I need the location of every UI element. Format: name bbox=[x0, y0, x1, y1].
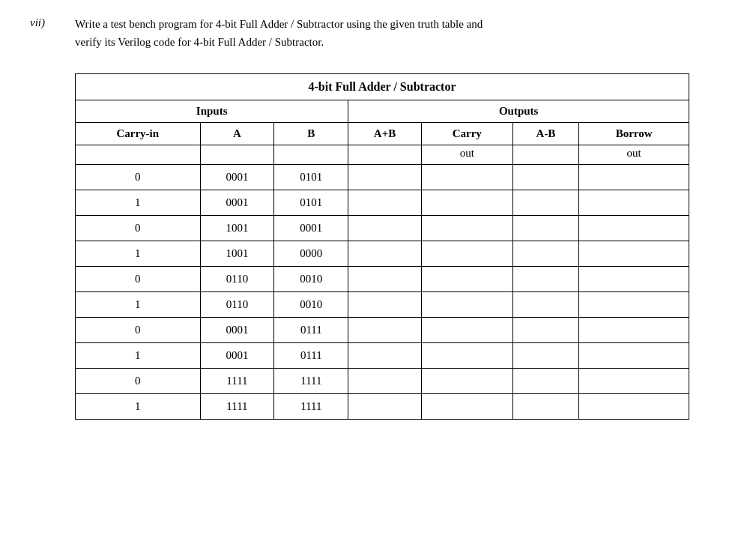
table-row: 0 1001 0001 bbox=[76, 216, 689, 241]
cell-borrow bbox=[579, 267, 689, 292]
cell-borrow bbox=[579, 190, 689, 216]
table-title: 4-bit Full Adder / Subtractor bbox=[76, 74, 689, 100]
cell-amb bbox=[512, 343, 578, 369]
cell-amb bbox=[512, 394, 578, 420]
cell-borrow bbox=[579, 292, 689, 318]
amb-empty bbox=[512, 145, 578, 165]
col-b: B bbox=[274, 123, 348, 145]
table-row: 1 1001 0000 bbox=[76, 241, 689, 267]
cell-b: 0001 bbox=[274, 216, 348, 241]
table-container: 4-bit Full Adder / Subtractor Inputs Out… bbox=[75, 73, 726, 420]
cell-carry-in: 1 bbox=[76, 190, 201, 216]
cell-a: 1001 bbox=[200, 216, 274, 241]
cell-a: 1001 bbox=[200, 241, 274, 267]
outputs-header: Outputs bbox=[348, 100, 689, 123]
cell-a: 1111 bbox=[200, 369, 274, 394]
cell-carry bbox=[421, 343, 512, 369]
cell-carry-in: 1 bbox=[76, 292, 201, 318]
cell-b: 0010 bbox=[274, 267, 348, 292]
table-row: 1 0110 0010 bbox=[76, 292, 689, 318]
cell-apb bbox=[348, 343, 421, 369]
question-header: vii) Write a test bench program for 4-bi… bbox=[30, 15, 726, 51]
col-carry: Carry bbox=[421, 123, 512, 145]
col-a: A bbox=[200, 123, 274, 145]
cell-apb bbox=[348, 267, 421, 292]
cell-carry-in: 0 bbox=[76, 216, 201, 241]
apb-empty bbox=[348, 145, 421, 165]
cell-a: 0001 bbox=[200, 190, 274, 216]
cell-carry-in: 0 bbox=[76, 165, 201, 190]
table-row: 0 0110 0010 bbox=[76, 267, 689, 292]
cell-a: 1111 bbox=[200, 394, 274, 420]
cell-a: 0110 bbox=[200, 267, 274, 292]
cell-carry bbox=[421, 216, 512, 241]
cell-carry-in: 1 bbox=[76, 241, 201, 267]
carry-in-empty bbox=[76, 145, 201, 165]
cell-carry-in: 0 bbox=[76, 369, 201, 394]
cell-apb bbox=[348, 190, 421, 216]
cell-borrow bbox=[579, 216, 689, 241]
table-row: 0 0001 0101 bbox=[76, 165, 689, 190]
cell-apb bbox=[348, 241, 421, 267]
cell-amb bbox=[512, 165, 578, 190]
a-empty bbox=[200, 145, 274, 165]
cell-amb bbox=[512, 292, 578, 318]
cell-amb bbox=[512, 267, 578, 292]
cell-carry bbox=[421, 369, 512, 394]
col-carry-in: Carry-in bbox=[76, 123, 201, 145]
b-empty bbox=[274, 145, 348, 165]
question-line1: Write a test bench program for 4-bit Ful… bbox=[75, 15, 726, 33]
cell-a: 0001 bbox=[200, 318, 274, 343]
col-apb: A+B bbox=[348, 123, 421, 145]
table-row: 1 0001 0111 bbox=[76, 343, 689, 369]
table-row: 0 1111 1111 bbox=[76, 369, 689, 394]
cell-carry-in: 1 bbox=[76, 394, 201, 420]
cell-carry-in: 1 bbox=[76, 343, 201, 369]
cell-amb bbox=[512, 318, 578, 343]
cell-b: 1111 bbox=[274, 369, 348, 394]
question-number: vii) bbox=[30, 15, 75, 29]
table-row: 1 0001 0101 bbox=[76, 190, 689, 216]
cell-b: 0101 bbox=[274, 190, 348, 216]
table-row: 1 1111 1111 bbox=[76, 394, 689, 420]
truth-table: 4-bit Full Adder / Subtractor Inputs Out… bbox=[75, 73, 689, 420]
cell-b: 0101 bbox=[274, 165, 348, 190]
borrow-out-label: out bbox=[579, 145, 689, 165]
cell-carry bbox=[421, 267, 512, 292]
cell-amb bbox=[512, 241, 578, 267]
cell-carry bbox=[421, 241, 512, 267]
question-line2: verify its Verilog code for 4-bit Full A… bbox=[75, 33, 726, 51]
question-text: Write a test bench program for 4-bit Ful… bbox=[75, 15, 726, 51]
cell-apb bbox=[348, 165, 421, 190]
cell-amb bbox=[512, 216, 578, 241]
cell-borrow bbox=[579, 394, 689, 420]
cell-carry-in: 0 bbox=[76, 318, 201, 343]
col-amb: A-B bbox=[512, 123, 578, 145]
title-row: 4-bit Full Adder / Subtractor bbox=[76, 74, 689, 100]
cell-apb bbox=[348, 318, 421, 343]
cell-b: 0000 bbox=[274, 241, 348, 267]
cell-carry bbox=[421, 190, 512, 216]
cell-carry bbox=[421, 394, 512, 420]
inputs-header: Inputs bbox=[76, 100, 348, 123]
cell-carry bbox=[421, 318, 512, 343]
cell-amb bbox=[512, 369, 578, 394]
cell-amb bbox=[512, 190, 578, 216]
cell-borrow bbox=[579, 343, 689, 369]
cell-carry-in: 0 bbox=[76, 267, 201, 292]
cell-borrow bbox=[579, 241, 689, 267]
section-header-row: Inputs Outputs bbox=[76, 100, 689, 123]
carry-out-row: out out bbox=[76, 145, 689, 165]
cell-carry bbox=[421, 165, 512, 190]
cell-apb bbox=[348, 216, 421, 241]
table-row: 0 0001 0111 bbox=[76, 318, 689, 343]
carry-out-label: out bbox=[421, 145, 512, 165]
cell-borrow bbox=[579, 165, 689, 190]
cell-a: 0001 bbox=[200, 343, 274, 369]
cell-b: 0010 bbox=[274, 292, 348, 318]
cell-apb bbox=[348, 394, 421, 420]
col-header-row: Carry-in A B A+B Carry A-B Borrow bbox=[76, 123, 689, 145]
cell-b: 0111 bbox=[274, 343, 348, 369]
cell-a: 0001 bbox=[200, 165, 274, 190]
cell-apb bbox=[348, 292, 421, 318]
